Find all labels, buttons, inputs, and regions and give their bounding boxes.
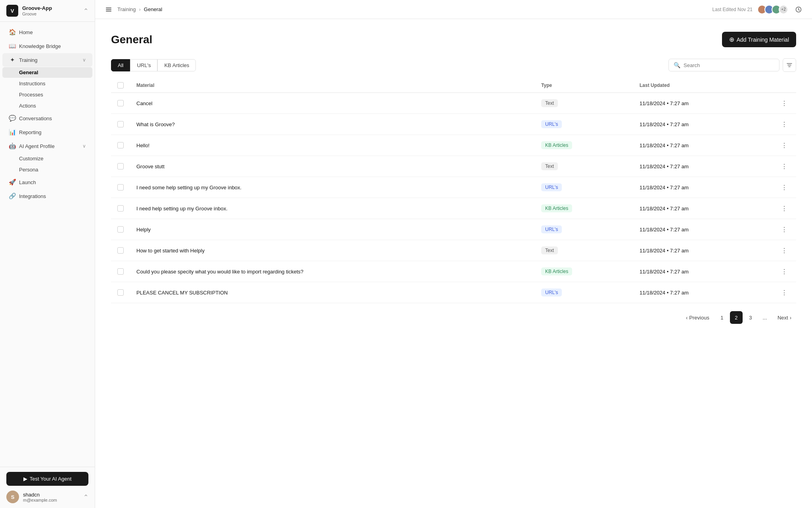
last-updated: 11/18/2024 • 7:27 am: [633, 240, 772, 261]
page-button-3[interactable]: 3: [744, 311, 757, 324]
page-button-2[interactable]: 2: [730, 311, 743, 324]
material-type: Text: [535, 240, 633, 261]
row-menu-button[interactable]: ⋮: [779, 161, 790, 172]
row-menu-button[interactable]: ⋮: [779, 98, 790, 109]
add-training-material-button[interactable]: ⊕ Add Training Material: [722, 32, 796, 47]
last-updated: 11/18/2024 • 7:27 am: [633, 135, 772, 156]
row-checkbox[interactable]: [117, 205, 124, 212]
breadcrumb-separator: ›: [139, 6, 140, 12]
sidebar-item-home[interactable]: 🏠 Home: [2, 25, 92, 39]
type-badge: KB Articles: [541, 267, 572, 275]
sidebar-header: V Groove-App Groove ⌃: [0, 0, 95, 22]
row-checkbox[interactable]: [117, 247, 124, 254]
table-row: How to get started with Helply Text 11/1…: [111, 240, 796, 261]
last-updated: 11/18/2024 • 7:27 am: [633, 93, 772, 114]
sidebar-item-instructions[interactable]: Instructions: [2, 78, 92, 89]
table-row: Helply URL's 11/18/2024 • 7:27 am ⋮: [111, 219, 796, 240]
search-input[interactable]: [684, 62, 774, 68]
row-checkbox[interactable]: [117, 268, 124, 275]
sidebar-item-reporting[interactable]: 📊 Reporting: [2, 125, 92, 139]
chevron-down-icon: ∨: [82, 143, 86, 149]
sidebar-footer: ▶ Test Your AI Agent S shadcn m@example.…: [0, 467, 95, 508]
row-menu-button[interactable]: ⋮: [779, 203, 790, 214]
table-controls: All URL's KB Articles 🔍: [111, 58, 796, 72]
header-checkbox-col: [111, 78, 130, 93]
sidebar-item-ai-agent-profile[interactable]: 🤖 AI Agent Profile ∨: [2, 139, 92, 153]
last-edited-text: Last Edited Nov 21: [712, 7, 753, 12]
table-row: Could you please specity what you would …: [111, 261, 796, 282]
sidebar-sub-label: Processes: [19, 92, 43, 98]
row-menu-button[interactable]: ⋮: [779, 266, 790, 277]
page-button-1[interactable]: 1: [716, 311, 728, 324]
table-row: Groove stutt Text 11/18/2024 • 7:27 am ⋮: [111, 156, 796, 177]
type-badge: URL's: [541, 289, 562, 296]
filter-tab-all[interactable]: All: [111, 59, 130, 71]
collaborator-avatar-count: +2: [779, 5, 788, 14]
last-updated: 11/18/2024 • 7:27 am: [633, 282, 772, 303]
row-menu-button[interactable]: ⋮: [779, 140, 790, 151]
main-content: Training › General Last Edited Nov 21 +2…: [95, 0, 812, 508]
last-updated: 11/18/2024 • 7:27 am: [633, 114, 772, 135]
launch-icon: 🚀: [9, 179, 16, 186]
sidebar-sub-label: Instructions: [19, 81, 45, 87]
user-profile[interactable]: S shadcn m@example.com ⌃: [6, 491, 88, 503]
row-menu-button[interactable]: ⋮: [779, 245, 790, 256]
materials-table: Material Type Last Updated Cancel Text 1…: [111, 78, 796, 303]
sidebar-item-general[interactable]: General: [2, 67, 92, 78]
sidebar-item-training[interactable]: ✦ Training ∨: [2, 53, 92, 67]
row-menu-button[interactable]: ⋮: [779, 119, 790, 130]
row-checkbox[interactable]: [117, 121, 124, 127]
table-row: Hello! KB Articles 11/18/2024 • 7:27 am …: [111, 135, 796, 156]
page-header: General ⊕ Add Training Material: [111, 32, 796, 47]
sidebar-chevron-icon[interactable]: ⌃: [83, 7, 88, 15]
sidebar-item-label: Training: [19, 57, 79, 63]
next-button[interactable]: Next ›: [773, 312, 796, 323]
sidebar-toggle-button[interactable]: [103, 4, 114, 15]
sidebar-item-conversations[interactable]: 💬 Conversations: [2, 112, 92, 125]
breadcrumb-training[interactable]: Training: [117, 6, 136, 12]
row-checkbox[interactable]: [117, 163, 124, 169]
material-name: Groove stutt: [130, 156, 535, 177]
previous-button[interactable]: ‹ Previous: [681, 312, 714, 323]
type-badge: Text: [541, 246, 558, 254]
row-checkbox[interactable]: [117, 289, 124, 296]
row-checkbox[interactable]: [117, 226, 124, 233]
filter-button[interactable]: [783, 58, 796, 72]
test-ai-agent-button[interactable]: ▶ Test Your AI Agent: [6, 472, 88, 486]
row-checkbox[interactable]: [117, 184, 124, 190]
avatar: S: [6, 491, 19, 503]
material-name: How to get started with Helply: [130, 240, 535, 261]
material-name: I need help setting up my Groove inbox.: [130, 198, 535, 219]
row-checkbox[interactable]: [117, 100, 124, 106]
sidebar-item-integrations[interactable]: 🔗 Integrations: [2, 189, 92, 203]
sidebar-item-processes[interactable]: Processes: [2, 89, 92, 100]
table-body: Cancel Text 11/18/2024 • 7:27 am ⋮ What …: [111, 93, 796, 303]
row-checkbox[interactable]: [117, 142, 124, 148]
sidebar-item-persona[interactable]: Persona: [2, 164, 92, 175]
svg-rect-2: [106, 11, 111, 12]
row-menu-button[interactable]: ⋮: [779, 182, 790, 193]
sidebar-item-label: Launch: [19, 179, 86, 185]
material-name: Hello!: [130, 135, 535, 156]
sidebar-item-label: Home: [19, 29, 86, 35]
last-updated: 11/18/2024 • 7:27 am: [633, 261, 772, 282]
app-logo-icon: V: [6, 5, 18, 17]
last-updated: 11/18/2024 • 7:27 am: [633, 177, 772, 198]
plus-circle-icon: ⊕: [729, 36, 734, 43]
app-logo[interactable]: V Groove-App Groove: [6, 5, 52, 17]
history-button[interactable]: [793, 4, 804, 15]
filter-tab-urls[interactable]: URL's: [130, 59, 157, 71]
select-all-checkbox[interactable]: [117, 82, 124, 89]
sidebar-item-customize[interactable]: Customize: [2, 153, 92, 164]
ai-agent-icon: 🤖: [9, 142, 16, 150]
header-material: Material: [130, 78, 535, 93]
sidebar-item-launch[interactable]: 🚀 Launch: [2, 175, 92, 189]
filter-tab-kb-articles[interactable]: KB Articles: [157, 59, 196, 71]
sidebar-item-actions[interactable]: Actions: [2, 100, 92, 111]
row-menu-button[interactable]: ⋮: [779, 224, 790, 235]
chevron-down-icon: ∨: [82, 57, 86, 63]
row-menu-button[interactable]: ⋮: [779, 287, 790, 298]
material-type: KB Articles: [535, 198, 633, 219]
sidebar-item-knowledge-bridge[interactable]: 📖 Knowledge Bridge: [2, 39, 92, 53]
type-badge: KB Articles: [541, 204, 572, 212]
